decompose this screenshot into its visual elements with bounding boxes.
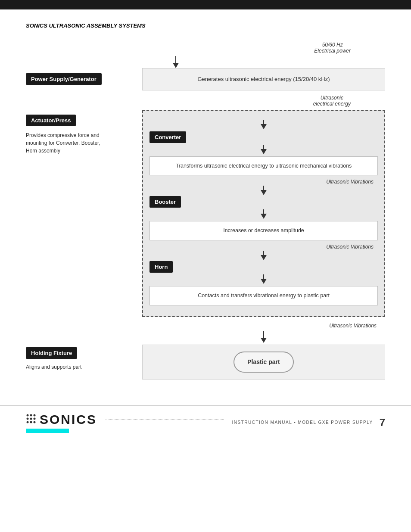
svg-marker-3 [261, 124, 267, 129]
svg-point-17 [30, 414, 32, 416]
svg-marker-5 [261, 149, 267, 154]
holding-fixture-desc: Aligns and supports part [26, 363, 142, 371]
plastic-part-flow-box: Plastic part [142, 345, 385, 380]
footer-page-number: 7 [380, 417, 385, 429]
diagram: 50/60 Hz Electrical power Power Supply/G… [26, 42, 385, 380]
vib-label-1: Ultrasonic Vibrations [149, 179, 378, 185]
arrow-to-power-supply [172, 56, 180, 68]
power-supply-desc-box: Generates ultrasonic electrical energy (… [142, 68, 385, 90]
footer-logo: SONICS [26, 412, 97, 427]
top-bar [0, 0, 411, 9]
vib-label-2: Ultrasonic Vibrations [149, 244, 378, 250]
booster-block: Booster Increases or decreases amplitude [149, 196, 378, 240]
converter-desc-box: Transforms ultrasonic electrical energy … [149, 156, 378, 176]
svg-point-21 [34, 417, 36, 420]
svg-point-23 [30, 421, 32, 423]
footer-brand: SONICS [40, 412, 97, 427]
converter-label-box: Converter [149, 131, 186, 143]
arrow-into-booster-desc [260, 209, 268, 219]
footer-logo-area: SONICS [26, 412, 97, 433]
svg-marker-11 [261, 255, 267, 260]
arrow-into-horn-desc [260, 274, 268, 284]
footer-dots-line [106, 419, 223, 420]
vib-label-3: Ultrasonic Vibrations [329, 323, 377, 329]
svg-point-24 [34, 421, 36, 423]
arrow-to-booster [260, 186, 268, 195]
footer-cyan-bar [26, 429, 69, 433]
arrow-into-converter-desc [260, 145, 268, 154]
booster-label-box: Booster [149, 196, 181, 208]
arrow-to-converter [260, 120, 268, 129]
svg-marker-9 [261, 214, 267, 219]
horn-label-box: Horn [149, 261, 173, 273]
ultrasonic-energy-annotation: Ultrasonic electrical energy [313, 95, 351, 107]
actuator-label-box: Actuator/Press [26, 115, 76, 126]
converter-block: Converter Transforms ultrasonic electric… [149, 131, 378, 176]
svg-marker-1 [173, 63, 179, 68]
power-input-annotation: 50/60 Hz Electrical power [314, 42, 351, 54]
booster-desc-box: Increases or decreases amplitude [149, 221, 378, 240]
footer-manual-text: INSTRUCTION MANUAL • MODEL GXE POWER SUP… [232, 420, 373, 425]
svg-point-16 [27, 414, 29, 416]
footer-right: INSTRUCTION MANUAL • MODEL GXE POWER SUP… [232, 417, 385, 429]
holding-fixture-label-box: Holding Fixture [26, 347, 77, 359]
svg-marker-15 [261, 338, 267, 343]
arrow-to-horn [260, 251, 268, 260]
power-supply-label-box: Power Supply/Generator [26, 73, 102, 85]
svg-point-19 [27, 417, 29, 420]
sonics-logo-dots-icon [26, 414, 38, 426]
horn-block: Horn Contacts and transfers vibrational … [149, 261, 378, 305]
svg-point-18 [34, 414, 36, 416]
svg-marker-13 [261, 279, 267, 284]
svg-marker-7 [261, 190, 267, 195]
actuator-desc: Provides compressive force and mounting … [26, 131, 112, 155]
plastic-part-box: Plastic part [234, 352, 293, 373]
footer: SONICS INSTRUCTION MANUAL • MODEL GXE PO… [0, 405, 411, 439]
page-title: SONICS ULTRASONIC ASSEMBLY SYSTEMS [26, 22, 385, 29]
horn-desc-box: Contacts and transfers vibrational energ… [149, 286, 378, 305]
main-content: SONICS ULTRASONIC ASSEMBLY SYSTEMS 50/60… [0, 9, 411, 388]
svg-point-20 [30, 417, 32, 420]
svg-point-22 [27, 421, 29, 423]
arrow-to-plastic [260, 331, 268, 343]
actuator-dashed-zone: Converter Transforms ultrasonic electric… [142, 110, 385, 317]
